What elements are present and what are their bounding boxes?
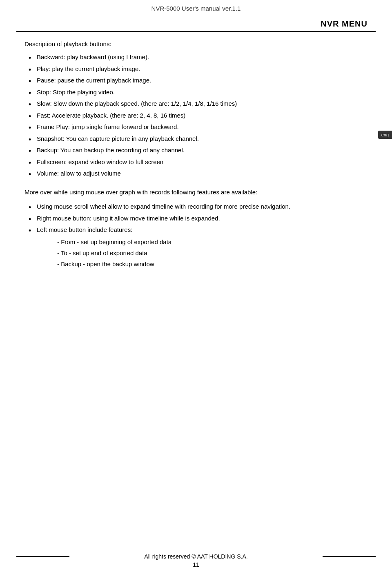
list-item: Right mouse button: using it allow move … [24, 213, 368, 225]
list-item: Pause: pause the current playback image. [24, 75, 368, 87]
footer-copyright: All rights reserved © AAT HOLDING S.A. [69, 553, 323, 560]
more-over-text: More over while using mouse over graph w… [24, 188, 368, 197]
nvr-menu-title: NVR MENU [0, 15, 392, 31]
sub-items: - From - set up beginning of exported da… [37, 236, 368, 269]
eng-badge: eng [378, 131, 392, 139]
list-item: Fast: Accelerate playback. (there are: 2… [24, 110, 368, 122]
sub-item-backup: - Backup - open the backup window [57, 258, 368, 269]
mouse-bullets-list: Using mouse scroll wheel allow to expand… [24, 201, 368, 271]
sub-item-from: - From - set up beginning of exported da… [57, 236, 368, 247]
list-item: Volume: allow to adjust volume [24, 168, 368, 180]
list-item: Stop: Stop the playing video. [24, 87, 368, 98]
footer-line-left [16, 556, 69, 557]
page-number: 11 [0, 561, 392, 568]
page-header: NVR-5000 User's manual ver.1.1 [0, 0, 392, 15]
page-footer: All rights reserved © AAT HOLDING S.A. [0, 553, 392, 560]
main-content: Description of playback buttons: Backwar… [0, 32, 392, 287]
list-item: Play: play the current playback image. [24, 63, 368, 75]
list-item: Snapshot: You can capture picture in any… [24, 133, 368, 145]
list-item: Left mouse button include features: - Fr… [24, 224, 368, 271]
footer-line-right [323, 556, 376, 557]
list-item: Frame Play: jump single frame forward or… [24, 121, 368, 133]
list-item: Backup: You can backup the recording of … [24, 145, 368, 156]
list-item: Backward: play backward (using I frame). [24, 51, 368, 63]
section-description: Description of playback buttons: [24, 40, 368, 47]
manual-title: NVR-5000 User's manual ver.1.1 [151, 5, 241, 12]
list-item: Using mouse scroll wheel allow to expand… [24, 201, 368, 213]
list-item: Slow: Slow down the playback speed. (the… [24, 98, 368, 110]
playback-bullets-list: Backward: play backward (using I frame).… [24, 51, 368, 180]
list-item: Fullscreen: expand video window to full … [24, 156, 368, 168]
sub-item-to: - To - set up end of exported data [57, 247, 368, 258]
